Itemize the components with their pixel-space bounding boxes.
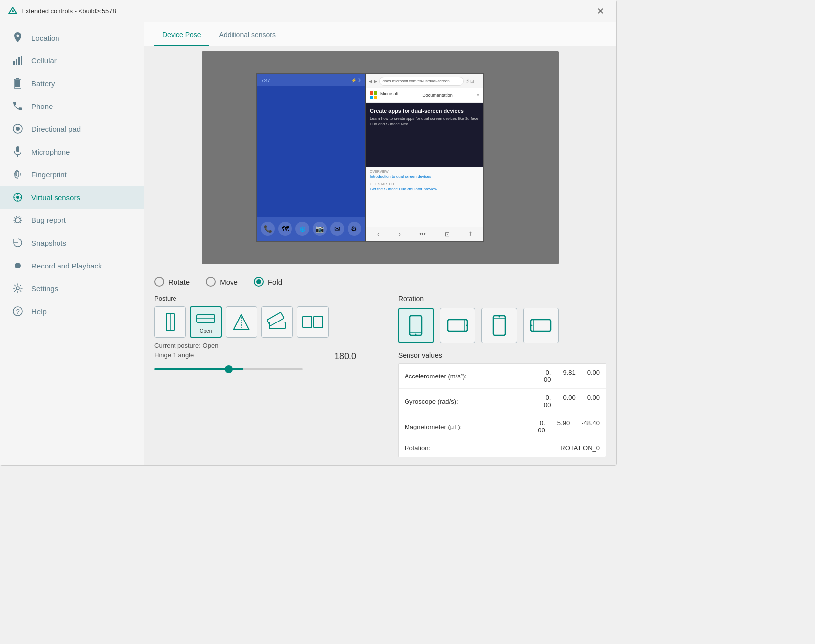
nav-share[interactable]: ⤴ (469, 231, 472, 238)
title-bar-left: Extended controls - <build>:5578 (8, 7, 116, 16)
bug-report-icon (12, 215, 23, 225)
sidebar-item-phone[interactable]: Phone (0, 95, 144, 117)
nav-forward[interactable]: › (399, 231, 401, 238)
sidebar-label-settings: Settings (31, 284, 58, 293)
screen-left-body (257, 86, 365, 217)
radio-fold[interactable]: Fold (254, 277, 282, 287)
posture-btn-5[interactable] (297, 306, 329, 338)
svg-rect-3 (16, 59, 17, 65)
sensor-name-rotation: Rotation: (405, 444, 560, 452)
table-row-gyroscope: Gyroscope (rad/s): 0. 00 0.00 0.00 (399, 389, 606, 414)
top-controls: Rotate Move Fold (154, 277, 606, 287)
svg-point-10 (16, 127, 20, 131)
posture-buttons: Open (154, 306, 386, 338)
link-label-1: OVERVIEW (370, 170, 479, 173)
rotation-btn-landscape-right[interactable] (523, 308, 559, 343)
hinge-slider[interactable] (154, 368, 303, 370)
right-panel: Rotation (398, 295, 606, 457)
sidebar-item-fingerprint[interactable]: Fingerprint (0, 163, 144, 186)
sidebar-item-directional-pad[interactable]: Directional pad (0, 117, 144, 140)
svg-rect-2 (13, 61, 15, 65)
radio-fold-outer (254, 277, 264, 287)
svg-point-1 (12, 10, 14, 12)
radio-rotate[interactable]: Rotate (154, 277, 190, 287)
sidebar-label-phone: Phone (31, 102, 53, 110)
browser-heading: Create apps for dual-screen devices (370, 107, 479, 114)
sidebar-item-bug-report[interactable]: Bug report (0, 209, 144, 231)
help-icon: ? (12, 306, 23, 317)
posture-btn-2[interactable]: Open (190, 306, 222, 338)
sidebar-label-fingerprint: Fingerprint (31, 170, 67, 179)
sidebar-label-microphone: Microphone (31, 148, 70, 156)
link-section-1: OVERVIEW Introduction to dual-screen dev… (370, 170, 479, 179)
rotation-btn-portrait-flipped[interactable] (481, 308, 517, 343)
rotation-btn-portrait[interactable] (398, 308, 434, 343)
move-label: Move (220, 278, 238, 286)
current-posture-row: Current posture: Open (154, 342, 386, 349)
sidebar-item-cellular[interactable]: Cellular (0, 49, 144, 72)
screen-left-dock: 📞 🗺 ⊕ 📷 ✉ ⚙ (257, 217, 365, 241)
nav-home[interactable]: ⊡ (445, 231, 450, 238)
svg-rect-4 (18, 57, 20, 65)
directional-pad-icon (12, 123, 23, 134)
window-title: Extended controls - <build>:5578 (21, 7, 116, 15)
browser-url: docs.microsoft.com/en-us/dual-screen (379, 77, 464, 86)
main-window: Extended controls - <build>:5578 ✕ Locat… (0, 0, 617, 466)
sidebar-item-snapshots[interactable]: Snapshots (0, 231, 144, 254)
svg-point-39 (466, 325, 467, 326)
browser-nav: ‹ › ••• ⊡ ⤴ (366, 227, 483, 241)
cellular-icon (12, 55, 23, 66)
sidebar-label-bug-report: Bug report (31, 216, 66, 224)
posture-btn-3[interactable] (226, 306, 257, 338)
tab-additional-sensors[interactable]: Additional sensors (211, 25, 284, 46)
sensor-name-magnetometer: Magnetometer (μT): (405, 423, 538, 430)
sidebar: Location Cellular Battery Phone (0, 22, 144, 465)
svg-point-21 (15, 263, 21, 268)
app-phone: 📞 (261, 222, 275, 236)
sidebar-label-battery: Battery (31, 79, 55, 88)
svg-rect-31 (267, 312, 284, 326)
microphone-icon (12, 146, 23, 157)
sidebar-item-location[interactable]: Location (0, 26, 144, 49)
svg-point-15 (16, 196, 19, 199)
tab-device-pose[interactable]: Device Pose (154, 25, 209, 46)
app-camera: 📷 (313, 222, 327, 236)
sidebar-label-record-playback: Record and Playback (31, 262, 102, 270)
svg-point-20 (15, 218, 20, 223)
virtual-sensors-icon (12, 192, 23, 203)
sidebar-item-battery[interactable]: Battery (0, 72, 144, 95)
posture-btn-1[interactable] (154, 306, 186, 338)
svg-rect-11 (16, 146, 19, 152)
link-label-2: GET STARTED (370, 182, 479, 186)
svg-rect-33 (314, 316, 323, 328)
sensor-values-gyroscope: 0. 00 0.00 0.00 (544, 394, 600, 409)
link-text-1: Introduction to dual-screen devices (370, 174, 479, 179)
radio-fold-inner (256, 279, 261, 284)
sidebar-label-virtual-sensors: Virtual sensors (31, 193, 80, 202)
svg-point-45 (531, 325, 533, 326)
record-playback-icon (12, 260, 23, 271)
ms-logo: Microsoft (370, 91, 399, 99)
bottom-controls: Posture Open (154, 295, 606, 457)
fold-label: Fold (268, 278, 282, 286)
rotation-buttons (398, 308, 606, 343)
main-content: Location Cellular Battery Phone (0, 22, 616, 465)
hinge-value: 180.0 (334, 351, 356, 362)
sidebar-label-cellular: Cellular (31, 56, 57, 65)
sidebar-item-record-playback[interactable]: Record and Playback (0, 254, 144, 277)
close-button[interactable]: ✕ (593, 4, 608, 19)
sidebar-item-settings[interactable]: Settings (0, 277, 144, 300)
nav-dots[interactable]: ••• (419, 231, 426, 238)
settings-icon (12, 283, 23, 294)
posture-btn-4[interactable] (261, 306, 293, 338)
link-section-2: GET STARTED Get the Surface Duo emulator… (370, 182, 479, 192)
svg-text:?: ? (16, 308, 19, 315)
rotation-btn-landscape-left[interactable] (440, 308, 475, 343)
location-icon (12, 32, 23, 43)
battery-icon (12, 78, 23, 89)
sidebar-item-help[interactable]: ? Help (0, 300, 144, 322)
radio-move[interactable]: Move (206, 277, 238, 287)
sidebar-item-virtual-sensors[interactable]: Virtual sensors (0, 186, 144, 209)
sidebar-item-microphone[interactable]: Microphone (0, 140, 144, 163)
nav-back[interactable]: ‹ (377, 231, 379, 238)
